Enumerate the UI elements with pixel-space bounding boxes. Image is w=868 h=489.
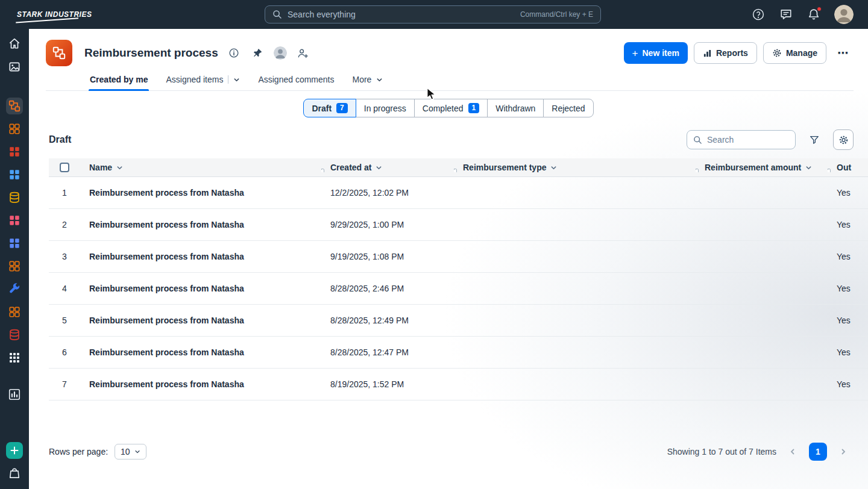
rows-per-page-select[interactable]: 10 (115, 444, 146, 459)
sidebar-app-reimbursement[interactable] (6, 98, 23, 114)
chevron-down-icon[interactable] (233, 76, 240, 83)
pagination-prev-button[interactable] (785, 444, 800, 459)
table-row[interactable]: 5 Reimbursement process from Natasha 8/2… (49, 305, 868, 337)
row-name[interactable]: Reimbursement process from Natasha (80, 252, 321, 261)
table-header: Name Created at Reimbursement type Reimb… (49, 158, 868, 177)
tab-created-by-me[interactable]: Created by me (89, 71, 149, 90)
column-resize-icon[interactable] (696, 169, 699, 172)
table-settings-button[interactable] (833, 129, 854, 150)
topbar-actions (751, 5, 868, 24)
sidebar-all-apps-button[interactable] (6, 349, 23, 366)
sidebar-home-button[interactable] (6, 35, 23, 52)
user-avatar[interactable] (834, 5, 854, 24)
chevron-down-icon (376, 76, 383, 83)
help-icon (752, 8, 765, 21)
row-created-at: 8/28/2025, 12:49 PM (321, 316, 454, 325)
pagination-page-1[interactable]: 1 (809, 443, 827, 461)
brand-logo[interactable]: STARK INDUSTRIES (0, 10, 115, 19)
gear-icon (838, 135, 849, 145)
manage-button[interactable]: Manage (763, 42, 826, 64)
sidebar-app-7[interactable] (6, 235, 23, 252)
more-actions-button[interactable]: ⋯ (832, 42, 854, 64)
row-name[interactable]: Reimbursement process from Natasha (80, 188, 321, 198)
global-search-input[interactable] (288, 10, 515, 19)
column-resize-icon[interactable] (454, 169, 457, 172)
notifications-button[interactable] (807, 7, 821, 22)
sort-chevron-icon[interactable] (550, 164, 557, 171)
pin-button[interactable] (250, 46, 265, 60)
column-resize-icon[interactable] (321, 169, 324, 172)
filter-in-progress[interactable]: In progress (356, 99, 415, 117)
grid-icon (8, 145, 21, 158)
row-index: 2 (49, 220, 80, 229)
column-header-outcome[interactable]: Out (828, 163, 868, 172)
bar-chart-icon (8, 388, 21, 401)
grid-icon (8, 237, 21, 250)
tab-assigned-items[interactable]: Assigned items (165, 71, 241, 90)
sidebar-app-6[interactable] (6, 212, 23, 229)
table-row[interactable]: 4 Reimbursement process from Natasha 8/2… (49, 273, 868, 305)
filter-withdrawn[interactable]: Withdrawn (487, 99, 544, 117)
wrench-icon (8, 282, 21, 296)
sidebar-analytics-button[interactable] (6, 386, 23, 403)
sidebar-app-10[interactable] (6, 304, 23, 320)
row-name[interactable]: Reimbursement process from Natasha (80, 284, 321, 293)
sidebar-app-3[interactable] (6, 143, 23, 160)
owner-avatar[interactable] (274, 46, 287, 60)
table-row[interactable]: 6 Reimbursement process from Natasha 8/2… (49, 337, 868, 369)
row-name[interactable]: Reimbursement process from Natasha (80, 379, 321, 389)
tab-more[interactable]: More (351, 71, 384, 90)
sort-chevron-icon[interactable] (376, 164, 382, 171)
sidebar-app-2[interactable] (6, 120, 23, 137)
select-all-checkbox[interactable] (60, 163, 69, 172)
global-search[interactable]: Command/Ctrl key + E (265, 5, 601, 23)
filter-button[interactable] (804, 129, 825, 150)
column-header-reimbursement-amount[interactable]: Reimbursement amount (696, 163, 828, 172)
sidebar-media-button[interactable] (6, 58, 23, 75)
sidebar-app-8[interactable] (6, 258, 23, 275)
feedback-button[interactable] (779, 7, 793, 22)
sort-chevron-icon[interactable] (116, 164, 123, 171)
share-members-button[interactable] (296, 46, 310, 60)
row-outcome: Yes (828, 379, 868, 389)
filter-completed[interactable]: Completed 1 (414, 99, 488, 117)
gear-icon (772, 48, 782, 58)
table-row[interactable]: 3 Reimbursement process from Natasha 9/1… (49, 241, 868, 273)
column-header-created-at[interactable]: Created at (321, 163, 454, 172)
help-button[interactable] (751, 7, 766, 22)
image-icon (8, 60, 21, 73)
table-row[interactable]: 1 Reimbursement process from Natasha 12/… (49, 177, 868, 209)
tab-assigned-comments[interactable]: Assigned comments (257, 71, 335, 90)
list-toolbar: Draft (29, 129, 868, 150)
row-outcome: Yes (828, 252, 868, 261)
sidebar-app-11[interactable] (6, 326, 23, 343)
row-name[interactable]: Reimbursement process from Natasha (80, 220, 321, 229)
ellipsis-icon: ⋯ (837, 46, 849, 60)
filter-rejected[interactable]: Rejected (543, 99, 593, 117)
column-resize-icon[interactable] (828, 169, 831, 172)
filter-draft[interactable]: Draft 7 (303, 99, 356, 117)
row-index: 5 (49, 316, 80, 325)
info-button[interactable] (227, 46, 241, 60)
table-row[interactable]: 2 Reimbursement process from Natasha 9/2… (49, 209, 868, 241)
sidebar-add-button[interactable] (6, 442, 23, 459)
pin-icon (252, 48, 263, 58)
column-header-name[interactable]: Name (80, 163, 321, 172)
row-name[interactable]: Reimbursement process from Natasha (80, 347, 321, 357)
sidebar-store-button[interactable] (6, 465, 23, 482)
new-item-button[interactable]: + New item (624, 42, 688, 64)
reports-button[interactable]: Reports (694, 42, 757, 64)
row-created-at: 8/28/2025, 12:47 PM (321, 347, 454, 357)
sort-chevron-icon[interactable] (805, 164, 812, 171)
sidebar-app-4[interactable] (6, 166, 23, 183)
table-search[interactable] (687, 130, 796, 149)
sidebar-app-9[interactable] (6, 281, 23, 297)
column-header-reimbursement-type[interactable]: Reimbursement type (454, 163, 696, 172)
row-name[interactable]: Reimbursement process from Natasha (80, 316, 321, 325)
row-outcome: Yes (828, 347, 868, 357)
pagination-next-button[interactable] (835, 444, 851, 459)
sidebar-app-5[interactable] (6, 189, 23, 206)
notification-dot (817, 7, 822, 11)
table-row[interactable]: 7 Reimbursement process from Natasha 8/1… (49, 369, 868, 400)
table-search-input[interactable] (707, 135, 789, 145)
